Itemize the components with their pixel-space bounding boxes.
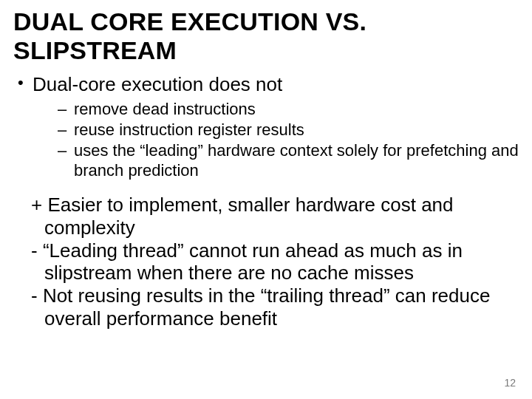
sub-bullet-item: reuse instruction register results (33, 120, 519, 140)
pro-con-item: + Easier to implement, smaller hardware … (13, 194, 519, 239)
page-number: 12 (504, 377, 516, 389)
pro-con-item: - Not reusing results in the “trailing t… (13, 284, 519, 330)
bullet-list-level1: Dual-core execution does not remove dead… (13, 72, 519, 180)
sub-bullet-item: remove dead instructions (33, 100, 519, 119)
slide: DUAL CORE EXECUTION VS. SLIPSTREAM Dual-… (0, 0, 532, 399)
bullet-list-level2: remove dead instructions reuse instructi… (33, 100, 519, 181)
slide-title: DUAL CORE EXECUTION VS. SLIPSTREAM (13, 7, 519, 65)
pro-con-item: - “Leading thread” cannot run ahead as m… (13, 239, 519, 284)
sub-bullet-item: uses the “leading” hardware context sole… (33, 141, 519, 180)
pros-cons-block: + Easier to implement, smaller hardware … (13, 194, 519, 330)
bullet-text: Dual-core execution does not (33, 73, 282, 95)
bullet-item: Dual-core execution does not remove dead… (13, 72, 519, 180)
